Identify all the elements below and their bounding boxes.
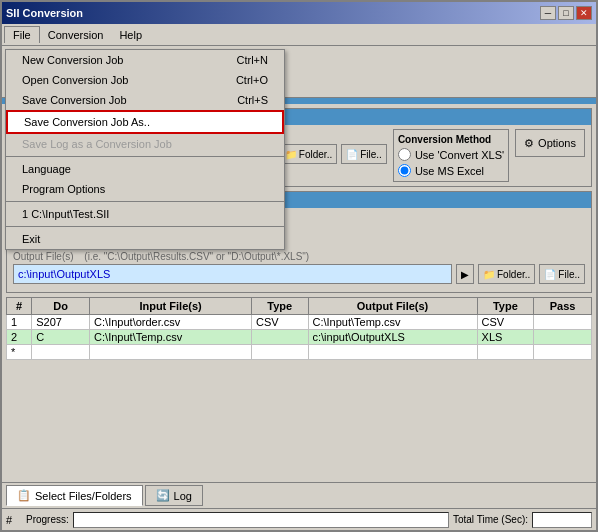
- method2-row: Use MS Excel: [398, 164, 504, 177]
- save-conversion-job[interactable]: Save Conversion Job Ctrl+S: [6, 90, 284, 110]
- progress-field: [73, 512, 449, 528]
- input-file-button[interactable]: 📄 File..: [341, 144, 387, 164]
- output-files-row: Output File(s) (i.e. "C:\Output\Results.…: [13, 251, 585, 262]
- row1-input: C:\Input\order.csv: [90, 315, 252, 330]
- output-file-field[interactable]: [13, 264, 452, 284]
- total-time-field: [532, 512, 592, 528]
- output-folder-icon: 📁: [483, 269, 495, 280]
- conversion-method-label: Conversion Method: [398, 134, 504, 145]
- table-row: 1 S207 C:\Input\order.csv CSV C:\Input\T…: [7, 315, 592, 330]
- row-star-do: [32, 345, 90, 360]
- method2-radio[interactable]: [398, 164, 411, 177]
- method1-radio[interactable]: [398, 148, 411, 161]
- row1-pass: [534, 315, 592, 330]
- row2-type-out: XLS: [477, 330, 533, 345]
- output-file-icon: 📄: [544, 269, 556, 280]
- menu-bar: File New Conversion Job Ctrl+N Open Conv…: [2, 24, 596, 46]
- separator-2: [6, 201, 284, 202]
- row1-type-in: CSV: [252, 315, 308, 330]
- output-field-row: ▶ 📁 Folder.. 📄 File..: [13, 264, 585, 284]
- file-icon: 📄: [346, 149, 358, 160]
- output-folder-button[interactable]: 📁 Folder..: [478, 264, 535, 284]
- save-log-as-conversion-job: Save Log as a Conversion Job: [6, 134, 284, 154]
- total-time-label: Total Time (Sec):: [453, 514, 528, 525]
- status-bar: # Progress: Total Time (Sec):: [2, 508, 596, 530]
- recent-file-1[interactable]: 1 C:\Input\Test.SII: [6, 204, 284, 224]
- file-table: # Do Input File(s) Type Output File(s) T…: [6, 297, 592, 360]
- row1-num: 1: [7, 315, 32, 330]
- row1-output: C:\Input\Temp.csv: [308, 315, 477, 330]
- row2-input: C:\Input\Temp.csv: [90, 330, 252, 345]
- col-output: Output File(s): [308, 298, 477, 315]
- row1-type-out: CSV: [477, 315, 533, 330]
- status-hash: #: [6, 514, 22, 526]
- row-star-type-out: [477, 345, 533, 360]
- new-conversion-job[interactable]: New Conversion Job Ctrl+N: [6, 50, 284, 70]
- row2-num: 2: [7, 330, 32, 345]
- conversion-menu[interactable]: Conversion: [40, 27, 112, 43]
- row1-do: S207: [32, 315, 90, 330]
- log-tab-icon: 🔄: [156, 489, 170, 502]
- close-button[interactable]: ✕: [576, 6, 592, 20]
- row2-output: c:\input\OutputXLS: [308, 330, 477, 345]
- program-options-menu-item[interactable]: Program Options: [6, 179, 284, 199]
- row2-type-in: [252, 330, 308, 345]
- col-do: Do: [32, 298, 90, 315]
- method1-row: Use 'Convert XLS': [398, 148, 504, 161]
- table-header-row: # Do Input File(s) Type Output File(s) T…: [7, 298, 592, 315]
- col-num: #: [7, 298, 32, 315]
- open-conversion-job[interactable]: Open Conversion Job Ctrl+O: [6, 70, 284, 90]
- file-menu[interactable]: File New Conversion Job Ctrl+N Open Conv…: [4, 26, 40, 43]
- table-row: 2 C C:\Input\Temp.csv c:\input\OutputXLS…: [7, 330, 592, 345]
- col-type-out: Type: [477, 298, 533, 315]
- save-conversion-job-as[interactable]: Save Conversion Job As..: [6, 110, 284, 134]
- file-dropdown: New Conversion Job Ctrl+N Open Conversio…: [5, 49, 285, 250]
- maximize-button[interactable]: □: [558, 6, 574, 20]
- folder-icon: 📁: [285, 149, 297, 160]
- language-menu-item[interactable]: Language: [6, 159, 284, 179]
- separator-3: [6, 226, 284, 227]
- method1-label: Use 'Convert XLS': [415, 149, 504, 161]
- output-play-button[interactable]: ▶: [456, 264, 474, 284]
- options-button[interactable]: ⚙ Options: [515, 129, 585, 157]
- conversion-method-box: Conversion Method Use 'Convert XLS' Use …: [393, 129, 509, 182]
- table-row: *: [7, 345, 592, 360]
- progress-label: Progress:: [26, 514, 69, 525]
- separator-1: [6, 156, 284, 157]
- output-file-button[interactable]: 📄 File..: [539, 264, 585, 284]
- method2-label: Use MS Excel: [415, 165, 484, 177]
- help-menu[interactable]: Help: [111, 27, 150, 43]
- col-input: Input File(s): [90, 298, 252, 315]
- col-pass: Pass: [534, 298, 592, 315]
- window-title: SII Conversion: [6, 7, 83, 19]
- row-star-num: *: [7, 345, 32, 360]
- row-star-output: [308, 345, 477, 360]
- title-bar: SII Conversion ─ □ ✕: [2, 2, 596, 24]
- input-folder-button[interactable]: 📁 Folder..: [280, 144, 337, 164]
- files-tab-icon: 📋: [17, 489, 31, 502]
- row-star-pass: [534, 345, 592, 360]
- minimize-button[interactable]: ─: [540, 6, 556, 20]
- select-files-tab[interactable]: 📋 Select Files/Folders: [6, 485, 143, 506]
- col-type-in: Type: [252, 298, 308, 315]
- log-tab[interactable]: 🔄 Log: [145, 485, 203, 506]
- row2-do: C: [32, 330, 90, 345]
- exit-menu-item[interactable]: Exit: [6, 229, 284, 249]
- bottom-tabs: 📋 Select Files/Folders 🔄 Log: [2, 482, 596, 508]
- row2-pass: [534, 330, 592, 345]
- options-icon: ⚙: [524, 137, 534, 150]
- row-star-type-in: [252, 345, 308, 360]
- main-window: SII Conversion ─ □ ✕ File New Conversion…: [0, 0, 598, 532]
- row-star-input: [90, 345, 252, 360]
- window-controls: ─ □ ✕: [540, 6, 592, 20]
- file-table-section: # Do Input File(s) Type Output File(s) T…: [6, 297, 592, 478]
